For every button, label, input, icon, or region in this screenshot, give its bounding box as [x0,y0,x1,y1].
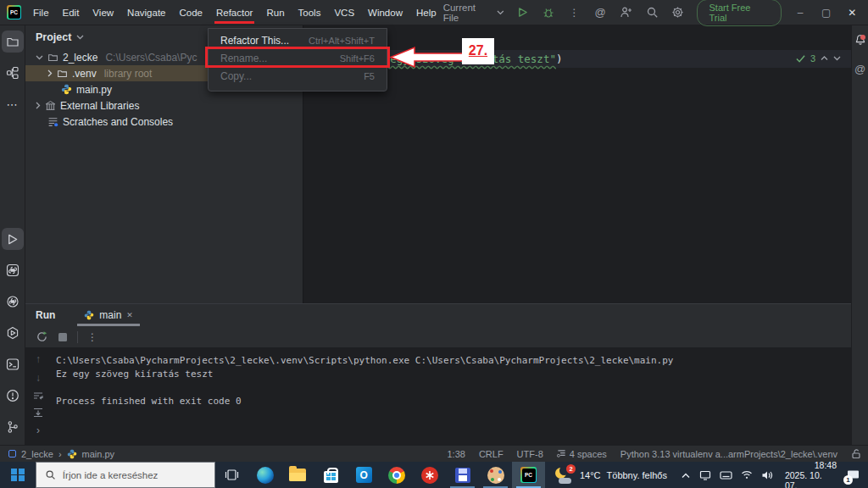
chevron-up-icon[interactable] [821,56,828,61]
menu-file[interactable]: File [26,0,56,25]
taskbar-search-box[interactable]: Írjon ide a kereséshez [36,462,215,488]
tree-row-scratches[interactable]: Scratches and Consoles [25,114,303,130]
task-view-button[interactable] [215,462,248,488]
chevron-down-icon[interactable] [36,55,43,60]
microsoft-store-taskbar-icon[interactable] [314,462,348,488]
gutter-expand-chevron[interactable]: › [36,424,40,436]
paint-app-taskbar-icon[interactable] [479,462,512,488]
tray-keyboard-icon[interactable] [720,471,732,480]
more-actions-button[interactable]: ⋮ [567,5,582,20]
search-everywhere-icon[interactable] [644,5,659,20]
menu-edit[interactable]: Edit [56,0,86,25]
run-tab-main[interactable]: main ✕ [77,304,140,326]
up-stacktrace-icon[interactable]: ↑ [36,353,41,365]
chevron-down-icon [497,10,504,15]
chevron-right-icon[interactable] [47,69,53,77]
services-tool-button[interactable] [2,322,24,344]
tree-item-name: .venv [72,68,97,80]
menu-run[interactable]: Run [259,0,291,25]
paint-palette-icon [487,467,504,484]
window-close-button[interactable]: ✕ [844,7,860,19]
chevron-down-icon[interactable] [833,56,841,61]
more-tool-windows-button[interactable]: ⋯ [2,93,24,115]
weather-widget[interactable]: 2 14°C Többny. felhős [545,462,676,488]
console-output[interactable]: C:\Users\Csaba\PycharmProjects\2_lecke\.… [51,348,673,445]
ai-assistant-icon[interactable]: @ [593,5,608,20]
left-tool-strip: ⋯ [0,25,25,445]
menu-navigate[interactable]: Navigate [120,0,172,25]
red-app-taskbar-icon[interactable] [413,462,446,488]
start-button[interactable] [0,462,36,488]
tray-display-icon[interactable] [699,470,711,480]
menu-tools[interactable]: Tools [292,0,328,25]
menuitem-copy-label: Copy... [220,68,252,86]
terminal-tool-button[interactable] [2,353,24,375]
tree-item-hint: library root [104,68,153,80]
taskbar-clock[interactable]: 18:48 2025. 10. 07. [778,462,843,488]
menu-code[interactable]: Code [172,0,209,25]
stop-button[interactable] [58,332,68,342]
volume-icon[interactable] [761,470,773,480]
encoding-widget[interactable]: UTF-8 [517,449,543,459]
project-tool-button[interactable] [2,30,24,53]
down-stacktrace-icon[interactable]: ↓ [36,372,41,384]
wifi-icon[interactable] [741,470,753,480]
edge-taskbar-icon[interactable] [248,462,281,488]
chevron-right-icon[interactable] [36,102,41,109]
python-packages-tool-button[interactable] [2,291,24,313]
breadcrumb-project[interactable]: 2_lecke [21,449,53,459]
outlook-taskbar-icon[interactable]: O [348,462,381,488]
ai-assistant-tool-button[interactable]: @ [853,61,868,76]
python-console-tool-button[interactable] [2,259,24,281]
menu-window[interactable]: Window [361,0,409,25]
chrome-taskbar-icon[interactable] [381,462,414,488]
problems-tool-button[interactable] [2,385,24,407]
tree-row-external-libraries[interactable]: External Libraries [25,97,303,114]
menu-vcs[interactable]: VCS [327,0,361,25]
run-button[interactable] [515,5,531,20]
caret-position-widget[interactable]: 1:38 [447,449,465,459]
status-bar: 2_lecke › main.py 1:38 CRLF UTF-8 4 spac… [0,445,868,462]
console-options-button[interactable]: ⋮ [87,331,97,343]
debug-button[interactable] [541,5,556,20]
interpreter-widget[interactable]: Python 3.13 virtualenv a...armProjects\2… [620,449,837,459]
pycharm-icon: PC [520,467,537,483]
floppy-app-taskbar-icon[interactable] [446,462,479,488]
menu-refactor[interactable]: Refactor Refactor This... Ctrl+Alt+Shift… [209,0,259,25]
settings-gear-icon[interactable] [670,5,686,20]
search-icon [45,469,56,480]
console-line [56,381,673,395]
indent-widget[interactable]: 4 spaces [557,449,607,459]
rerun-button[interactable] [36,330,48,343]
structure-tool-button[interactable] [2,62,24,84]
unlock-icon[interactable] [851,448,861,459]
scroll-to-end-icon[interactable] [32,408,44,418]
file-explorer-taskbar-icon[interactable] [281,462,314,488]
notifications-bell-icon[interactable] [853,32,868,47]
soft-wrap-icon[interactable] [32,391,44,401]
menu-help[interactable]: Help [409,0,443,25]
menu-view[interactable]: View [86,0,120,25]
run-configuration-selector[interactable]: Current File [443,3,504,23]
tab-close-icon[interactable]: ✕ [126,311,133,319]
inspections-widget[interactable]: 3 [796,53,841,64]
run-panel-title[interactable]: Run [36,309,55,321]
window-minimize-button[interactable]: – [793,7,808,19]
breadcrumb-file[interactable]: main.py [82,449,115,459]
red-asterisk-icon [421,467,438,484]
hidden-icons-chevron[interactable] [681,472,691,479]
start-free-trial-button[interactable]: Start Free Trial [697,0,782,26]
run-tool-button[interactable] [2,228,24,250]
add-user-icon[interactable] [619,5,634,20]
weather-description: Többny. felhős [607,470,667,480]
pycharm-taskbar-icon[interactable]: PC [512,462,545,488]
version-control-tool-button[interactable] [2,416,24,438]
file-explorer-icon [289,469,306,481]
annotation-arrow-icon [389,46,464,69]
line-separator-widget[interactable]: CRLF [479,449,504,459]
menu-bar: File Edit View Navigate Code Refactor Re… [26,0,443,25]
action-center-button[interactable]: 1 [843,462,868,488]
window-maximize-button[interactable]: ▢ [819,7,834,19]
breadcrumb: 2_lecke › main.py [8,449,114,459]
pycharm-app-icon[interactable]: PC [7,5,21,19]
